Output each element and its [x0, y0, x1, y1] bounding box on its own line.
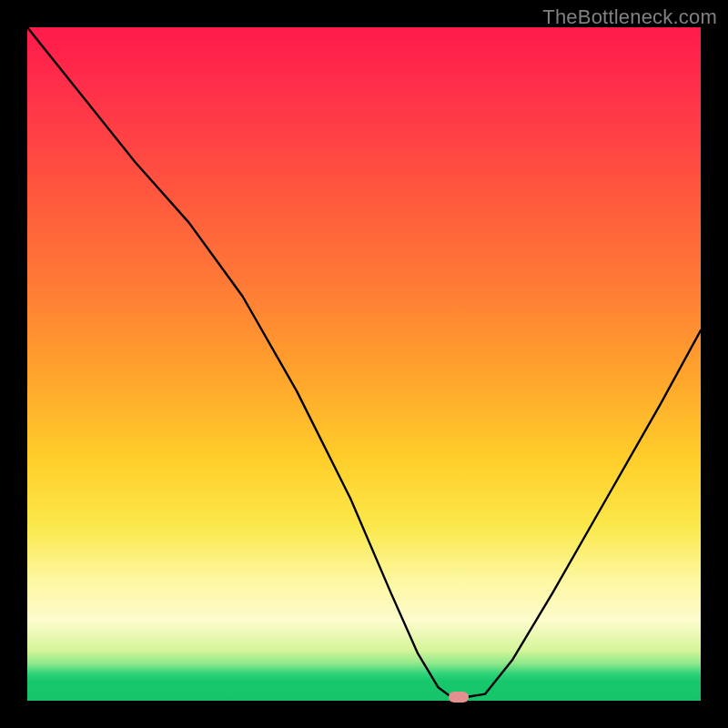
optimal-marker: [449, 692, 469, 703]
watermark-text: TheBottleneck.com: [542, 5, 717, 29]
bottleneck-curve: [27, 27, 701, 701]
chart-frame: TheBottleneck.com: [0, 0, 728, 728]
plot-area: [27, 27, 701, 701]
